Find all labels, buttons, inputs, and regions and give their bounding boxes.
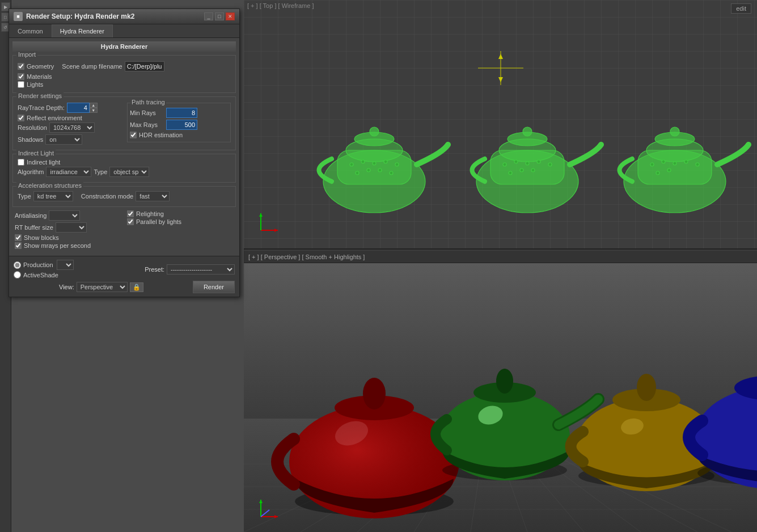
raytrace-spinner-btns: ▲ ▼ <box>90 103 98 113</box>
svg-point-17 <box>390 171 393 175</box>
resolution-select[interactable]: 1024x768 640x480 1280x720 1920x1080 <box>49 123 95 133</box>
accel-type-select[interactable]: kd tree bvh <box>33 191 73 201</box>
lights-checkbox[interactable] <box>18 81 24 88</box>
edit-button-top[interactable]: edit <box>731 3 751 14</box>
acceleration-title: Acceleration structures <box>16 182 83 189</box>
svg-point-35 <box>670 127 679 136</box>
viewport-bottom-bar: [ + ] [ Perspective ] [ Smooth + Highlig… <box>244 251 757 263</box>
render-settings-cols: RayTrace Depth: ▲ ▼ Reflect environment <box>18 103 231 146</box>
show-mrays-checkbox[interactable] <box>15 242 22 249</box>
production-radio-row: Production <box>14 260 74 270</box>
parallel-lights-checkbox[interactable] <box>127 218 134 225</box>
svg-point-30 <box>531 168 535 172</box>
svg-point-13 <box>395 163 399 166</box>
antialias-cols: Antialiasing low medium high RT buffer s… <box>15 210 234 234</box>
production-radio[interactable] <box>14 261 21 269</box>
mode-radio-group: Production ActiveShade <box>14 260 74 278</box>
show-mrays-label: Show mrays per second <box>24 242 91 249</box>
relighting-row: Relighting <box>127 210 234 217</box>
reflect-env-checkbox[interactable] <box>18 115 24 121</box>
min-rays-label: Min Rays <box>130 109 164 116</box>
raytrace-down[interactable]: ▼ <box>90 108 98 113</box>
activeshade-label: ActiveShade <box>23 272 58 278</box>
production-label: Production <box>23 261 53 268</box>
preset-select[interactable]: -------------------- <box>167 264 235 275</box>
relighting-checkbox[interactable] <box>127 210 134 217</box>
render-scene <box>244 263 757 532</box>
dialog-title: Render Setup: Hydra Render mk2 <box>26 12 134 20</box>
raytrace-row: RayTrace Depth: ▲ ▼ <box>18 103 121 113</box>
rt-buffer-row: RT buffer size 128 256 512 <box>15 222 121 233</box>
axis-svg-top <box>255 208 284 236</box>
svg-point-38 <box>673 162 676 165</box>
preset-row: Preset: -------------------- <box>145 264 235 275</box>
viewport-top: [ + ] [ Top ] [ Wireframe ] edit <box>244 0 757 250</box>
shadows-select[interactable]: on off ray traced <box>45 134 82 145</box>
svg-point-36 <box>650 163 654 166</box>
dialog-body: Hydra Renderer Import Geometry Scene dum… <box>9 38 239 256</box>
hdr-checkbox[interactable] <box>130 132 137 138</box>
raytrace-input[interactable] <box>67 103 90 113</box>
path-tracing-title: Path tracing <box>130 99 166 105</box>
materials-checkbox[interactable] <box>18 73 24 80</box>
import-group: Import Geometry Scene dump filename Mate… <box>12 55 236 93</box>
antialias-select[interactable]: low medium high <box>49 210 80 221</box>
svg-marker-46 <box>259 213 263 217</box>
view-select[interactable]: Perspective Top Front <box>77 282 128 292</box>
close-button[interactable]: ✕ <box>226 12 235 20</box>
indirect-light-checkbox[interactable] <box>18 159 24 166</box>
antialias-row: Antialiasing low medium high <box>15 210 121 221</box>
resolution-label: Resolution <box>18 124 47 131</box>
lights-label: Lights <box>27 81 43 88</box>
activeshade-radio[interactable] <box>14 271 21 278</box>
scene-dump-input[interactable] <box>125 61 164 71</box>
hdr-label: HDR estimation <box>139 132 183 138</box>
svg-marker-88 <box>259 500 263 503</box>
raytrace-label: RayTrace Depth: <box>18 104 65 111</box>
show-mrays-row: Show mrays per second <box>15 242 234 249</box>
geometry-checkbox[interactable] <box>18 63 24 70</box>
viewport-top-label: [ + ] [ Top ] [ Wireframe ] <box>247 2 314 9</box>
maximize-button[interactable]: □ <box>215 12 224 20</box>
svg-point-40 <box>696 163 699 166</box>
production-select[interactable] <box>57 260 74 270</box>
svg-point-28 <box>509 171 512 175</box>
indirect-light-group: Indirect Light Indirect light Algorithm … <box>12 154 236 183</box>
render-button[interactable]: Render <box>193 281 235 293</box>
relighting-label: Relighting <box>136 210 164 217</box>
tab-common[interactable]: Common <box>9 24 52 37</box>
algorithm-select[interactable]: irradiance path tracing ambient occlusio… <box>46 167 91 177</box>
rt-buffer-select[interactable]: 128 256 512 <box>56 222 87 233</box>
show-blocks-row: Show blocks <box>15 234 234 241</box>
construction-select[interactable]: fast slow <box>136 191 170 201</box>
render-settings-left: RayTrace Depth: ▲ ▼ Reflect environment <box>18 103 121 146</box>
viewport-area: [ + ] [ Top ] [ Wireframe ] edit <box>244 0 757 532</box>
svg-point-37 <box>662 160 665 163</box>
render-settings-title: Render settings <box>16 92 64 99</box>
tab-hydra-renderer[interactable]: Hydra Renderer <box>52 24 113 37</box>
parallel-lights-row: Parallel by lights <box>127 218 234 225</box>
svg-point-14 <box>356 171 359 175</box>
render-settings-right: Path tracing Min Rays Max Rays HDR <box>127 103 231 146</box>
svg-point-27 <box>548 163 552 166</box>
raytrace-up[interactable]: ▲ <box>90 103 98 108</box>
min-rays-input[interactable] <box>166 108 197 118</box>
max-rays-input[interactable] <box>166 120 197 130</box>
hdr-row: HDR estimation <box>130 132 228 138</box>
viewport-bottom: [ + ] [ Perspective ] [ Smooth + Highlig… <box>244 251 757 532</box>
dialog-tabs: Common Hydra Renderer <box>9 24 239 38</box>
geometry-label: Geometry <box>27 63 54 70</box>
svg-marker-45 <box>274 229 278 232</box>
indirect-type-select[interactable]: object sp world sp <box>109 167 149 177</box>
acceleration-group: Acceleration structures Type kd tree bvh… <box>12 186 236 207</box>
rt-buffer-label: RT buffer size <box>15 224 53 231</box>
dialog-bottom: Production ActiveShade Preset: ---------… <box>9 256 239 297</box>
view-lock-button[interactable]: 🔒 <box>130 282 143 292</box>
antialias-left: Antialiasing low medium high RT buffer s… <box>15 210 121 234</box>
svg-point-11 <box>373 162 376 165</box>
axis-indicator-top <box>255 208 284 237</box>
show-blocks-checkbox[interactable] <box>15 234 22 241</box>
minimize-button[interactable]: _ <box>204 12 213 20</box>
lights-row: Lights <box>18 81 231 88</box>
section-header: Hydra Renderer <box>12 41 236 52</box>
